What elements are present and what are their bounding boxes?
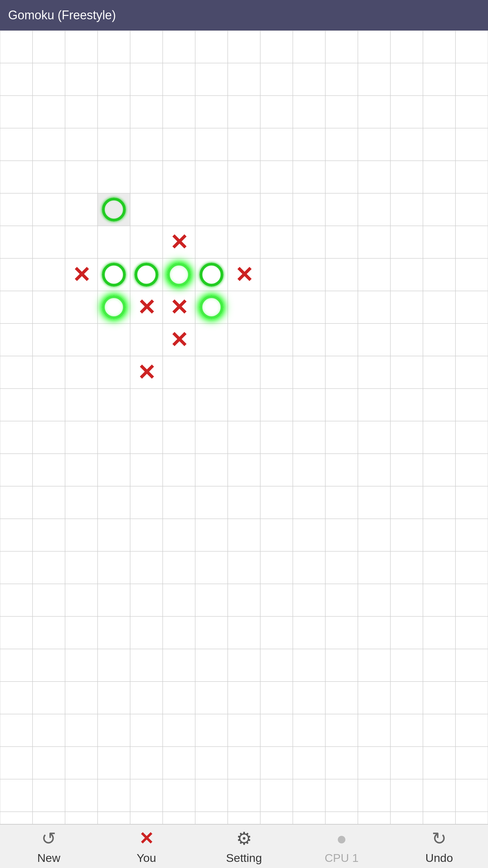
cpu1-icon: ● bbox=[336, 828, 347, 849]
cpu1-button[interactable]: ● CPU 1 bbox=[294, 826, 389, 867]
new-button[interactable]: ↺ New bbox=[1, 826, 96, 867]
setting-button[interactable]: ⚙ Setting bbox=[197, 826, 291, 867]
title-bar: Gomoku (Freestyle) bbox=[0, 0, 488, 31]
undo-label: Undo bbox=[425, 851, 453, 865]
new-label: New bbox=[37, 851, 60, 865]
new-icon: ↺ bbox=[41, 828, 56, 849]
cpu1-label: CPU 1 bbox=[325, 851, 359, 865]
grid-canvas bbox=[0, 31, 488, 824]
game-board[interactable]: ✕✕✕✕✕✕✕ bbox=[0, 31, 488, 824]
gear-icon: ⚙ bbox=[236, 828, 252, 849]
you-icon: ✕ bbox=[139, 828, 154, 849]
bottom-bar: ↺ New ✕ You ⚙ Setting ● CPU 1 ↻ Undo bbox=[0, 824, 488, 868]
you-button[interactable]: ✕ You bbox=[99, 826, 194, 867]
game-title: Gomoku (Freestyle) bbox=[8, 8, 116, 22]
undo-icon: ↻ bbox=[432, 828, 447, 849]
you-label: You bbox=[137, 851, 156, 865]
setting-label: Setting bbox=[226, 851, 262, 865]
undo-button[interactable]: ↻ Undo bbox=[392, 826, 487, 867]
